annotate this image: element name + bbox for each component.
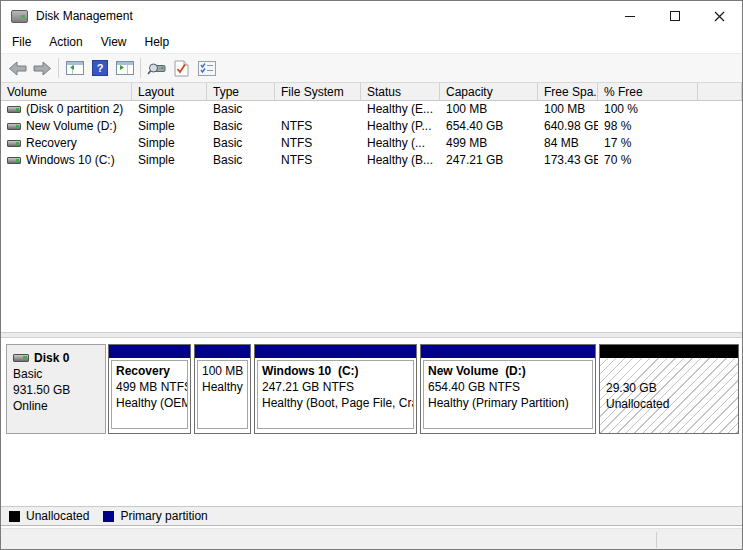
show-action-pane-icon (116, 61, 134, 75)
show-action-pane-button[interactable] (112, 56, 137, 80)
menu-help[interactable]: Help (136, 32, 179, 52)
partition-block-4[interactable]: New Volume (D:)654.40 GB NTFSHealthy (Pr… (420, 344, 596, 434)
cell-text-layout: Simple (138, 135, 175, 152)
show-console-tree-button[interactable] (62, 56, 87, 80)
check-disk-button[interactable] (169, 56, 194, 80)
partition-info: Recovery499 MB NTFSHealthy (OEM (111, 360, 188, 429)
cell-capacity: 100 MB (440, 101, 538, 118)
cell-text-pct_free: 17 % (604, 135, 631, 152)
cell-text-file_system: NTFS (281, 152, 312, 169)
cell-text-status: Healthy (P... (367, 118, 431, 135)
menu-bar: FileActionViewHelp (1, 31, 742, 53)
partition-block-2[interactable]: 100 MBHealthy (194, 344, 251, 434)
partition-size: 654.40 GB NTFS (428, 379, 588, 395)
partition-color-band (109, 345, 190, 358)
disk-status: Online (13, 398, 99, 414)
partition-color-band (255, 345, 416, 358)
cell-pct_free: 98 % (598, 118, 698, 135)
cell-free_space: 84 MB (538, 135, 598, 152)
volume-list: VolumeLayoutTypeFile SystemStatusCapacit… (1, 83, 742, 332)
cell-text-status: Healthy (E... (367, 101, 433, 118)
help-button[interactable]: ? (87, 56, 112, 80)
column-header-free_space[interactable]: Free Spa... (538, 83, 598, 100)
partition-block-1[interactable]: Recovery499 MB NTFSHealthy (OEM (108, 344, 191, 434)
cell-layout: Simple (132, 135, 207, 152)
help-icon: ? (92, 60, 108, 76)
cell-text-volume: (Disk 0 partition 2) (26, 101, 123, 118)
cell-text-type: Basic (213, 101, 242, 118)
cell-layout: Simple (132, 152, 207, 169)
column-header-layout[interactable]: Layout (132, 83, 207, 100)
close-button[interactable] (697, 1, 742, 31)
cell-text-status: Healthy (... (367, 135, 425, 152)
column-header-volume[interactable]: Volume (1, 83, 132, 100)
window-title: Disk Management (36, 9, 133, 23)
cell-text-capacity: 654.40 GB (446, 118, 503, 135)
column-header-label: Type (213, 85, 239, 99)
cell-file_system (275, 101, 361, 118)
partition-size: 247.21 GB NTFS (262, 379, 409, 395)
disk-icon (13, 354, 29, 362)
partition-strip: Recovery499 MB NTFSHealthy (OEM100 MBHea… (108, 344, 739, 434)
back-button[interactable] (5, 56, 30, 80)
maximize-icon (670, 11, 680, 21)
cell-text-volume: Recovery (26, 135, 77, 152)
cell-layout: Simple (132, 101, 207, 118)
cell-volume: Recovery (1, 135, 132, 152)
back-icon (8, 61, 27, 76)
volume-icon (7, 106, 21, 113)
partition-block-3[interactable]: Windows 10 (C:)247.21 GB NTFSHealthy (Bo… (254, 344, 417, 434)
cell-capacity: 499 MB (440, 135, 538, 152)
column-header-type[interactable]: Type (207, 83, 275, 100)
disk0-panel[interactable]: Disk 0 Basic 931.50 GB Online (6, 344, 106, 434)
disk-type: Basic (13, 366, 99, 382)
column-header-pct_free[interactable]: % Free (598, 83, 698, 100)
maximize-button[interactable] (652, 1, 697, 31)
cell-text-file_system: NTFS (281, 118, 312, 135)
cell-text-pct_free: 70 % (604, 152, 631, 169)
volume-row-3[interactable]: RecoverySimpleBasicNTFSHealthy (...499 M… (1, 135, 742, 152)
unallocated-block[interactable]: 29.30 GBUnallocated (599, 344, 739, 434)
cell-text-free_space: 173.43 GB (544, 152, 598, 169)
minimize-button[interactable] (607, 1, 652, 31)
rescan-disks-button[interactable] (144, 56, 169, 80)
column-header-status[interactable]: Status (361, 83, 440, 100)
menu-view[interactable]: View (92, 32, 136, 52)
partition-name: New Volume (D:) (428, 363, 588, 379)
cell-capacity: 247.21 GB (440, 152, 538, 169)
disk-properties-button[interactable] (194, 56, 219, 80)
column-header-label: Status (367, 85, 401, 99)
volume-row-4[interactable]: Windows 10 (C:)SimpleBasicNTFSHealthy (B… (1, 152, 742, 169)
partition-size: 29.30 GB (606, 380, 738, 396)
disk-management-window: Disk Management FileActionViewHelp ? (0, 0, 743, 550)
partition-name: Windows 10 (C:) (262, 363, 409, 379)
forward-button[interactable] (30, 56, 55, 80)
menu-file[interactable]: File (3, 32, 40, 52)
cell-pct_free: 100 % (598, 101, 698, 118)
cell-text-pct_free: 98 % (604, 118, 631, 135)
legend-label: Unallocated (26, 509, 89, 523)
partition-status: Healthy (Primary Partition) (428, 395, 588, 411)
disk-properties-icon (198, 61, 216, 76)
disk-label: Disk 0 (34, 350, 69, 366)
volume-row-1[interactable]: (Disk 0 partition 2)SimpleBasicHealthy (… (1, 101, 742, 118)
column-header-label: Free Spa... (544, 85, 598, 99)
status-bar-divider (656, 532, 657, 548)
cell-pct_free: 70 % (598, 152, 698, 169)
partition-status: Healthy (202, 379, 243, 395)
toolbar-separator (58, 58, 59, 78)
column-header-label: Layout (138, 85, 174, 99)
cell-text-layout: Simple (138, 152, 175, 169)
column-header-capacity[interactable]: Capacity (440, 83, 538, 100)
cell-layout: Simple (132, 118, 207, 135)
volume-row-2[interactable]: New Volume (D:)SimpleBasicNTFSHealthy (P… (1, 118, 742, 135)
volume-icon (7, 123, 21, 130)
cell-text-free_space: 100 MB (544, 101, 585, 118)
toolbar: ? (1, 53, 742, 83)
column-header-file_system[interactable]: File System (275, 83, 361, 100)
cell-text-file_system: NTFS (281, 135, 312, 152)
cell-text-capacity: 499 MB (446, 135, 487, 152)
cell-pct_free: 17 % (598, 135, 698, 152)
menu-action[interactable]: Action (40, 32, 91, 52)
cell-status: Healthy (... (361, 135, 440, 152)
